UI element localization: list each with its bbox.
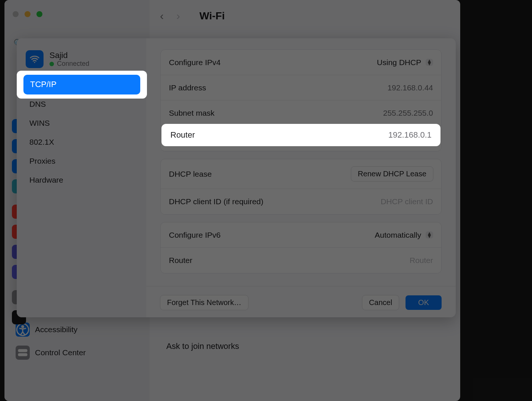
back-button[interactable]: ‹ — [160, 10, 164, 22]
dhcp-client-id-input[interactable]: DHCP client ID — [381, 197, 433, 206]
tab-tcpip-highlight[interactable]: TCP/IP — [23, 75, 140, 94]
svg-rect-2 — [18, 349, 27, 352]
sidebar-item-control-center[interactable]: Control Center — [12, 341, 142, 364]
configure-ipv6-select[interactable]: Automatically ▲▼ — [375, 231, 433, 240]
dhcp-client-id-row[interactable]: DHCP client ID (if required) DHCP client… — [161, 189, 441, 214]
sidebar-item-label: Control Center — [35, 348, 86, 357]
ok-button[interactable]: OK — [406, 295, 442, 310]
close-window-button[interactable] — [13, 11, 19, 17]
network-status: Connected — [49, 60, 89, 68]
highlight-router: Router 192.168.0.1 — [161, 124, 440, 146]
ip-address-row: IP address 192.168.0.44 — [161, 75, 441, 100]
svg-rect-3 — [18, 353, 27, 356]
subnet-mask-row: Subnet mask 255.255.255.0 — [161, 100, 441, 126]
ipv6-card: Configure IPv6 Automatically ▲▼ Router R… — [160, 222, 442, 273]
router-value-highlight: 192.168.0.1 — [388, 130, 432, 140]
chevron-up-down-icon: ▲▼ — [426, 59, 433, 66]
configure-ipv6-row[interactable]: Configure IPv6 Automatically ▲▼ — [161, 222, 441, 248]
titlebar: ‹ › Wi-Fi — [4, 0, 460, 29]
row-label: IP address — [169, 83, 206, 92]
dhcp-card: DHCP lease Renew DHCP Lease DHCP client … — [160, 159, 442, 215]
control-center-icon — [16, 346, 30, 360]
tab-wins[interactable]: WINS — [23, 114, 140, 132]
minimize-window-button[interactable] — [25, 11, 31, 17]
ipv6-router-input[interactable]: Router — [410, 256, 433, 265]
forget-network-button[interactable]: Forget This Network… — [160, 295, 248, 310]
network-name: Sajid — [49, 51, 89, 60]
cancel-button[interactable]: Cancel — [362, 295, 399, 310]
svg-point-4 — [34, 62, 35, 63]
row-label: DHCP lease — [169, 170, 212, 179]
row-label: Configure IPv6 — [169, 231, 221, 240]
dialog-main: Configure IPv4 Using DHCP ▲▼ IP address … — [146, 38, 456, 317]
router-label-highlight: Router — [170, 130, 195, 140]
status-dot-icon — [49, 62, 54, 66]
highlight-tcpip: TCP/IP — [17, 71, 147, 99]
maximize-window-button[interactable] — [36, 11, 42, 17]
nav-controls: ‹ › Wi-Fi — [160, 10, 225, 22]
status-text: Connected — [57, 60, 89, 68]
window-controls — [13, 11, 42, 17]
ipv6-router-row[interactable]: Router Router — [161, 248, 441, 273]
select-value: Using DHCP — [377, 58, 421, 67]
row-label: DHCP client ID (if required) — [169, 197, 263, 206]
wifi-icon — [26, 50, 44, 68]
row-label: Router — [169, 256, 192, 265]
page-title: Wi-Fi — [199, 10, 225, 22]
chevron-up-down-icon: ▲▼ — [426, 231, 433, 238]
forward-button[interactable]: › — [176, 10, 180, 22]
ip-address-value: 192.168.0.44 — [387, 83, 433, 92]
row-label: Configure IPv4 — [169, 58, 221, 67]
renew-dhcp-button[interactable]: Renew DHCP Lease — [351, 167, 433, 181]
row-label: Subnet mask — [169, 109, 215, 118]
tab-proxies[interactable]: Proxies — [23, 152, 140, 170]
sidebar-visible-items: Accessibility Control Center — [12, 318, 142, 364]
tab-8021x[interactable]: 802.1X — [23, 133, 140, 151]
sidebar-item-label: Accessibility — [35, 325, 77, 334]
configure-ipv4-select[interactable]: Using DHCP ▲▼ — [377, 58, 433, 67]
subnet-mask-value: 255.255.255.0 — [383, 109, 433, 118]
tab-hardware[interactable]: Hardware — [23, 171, 140, 189]
dhcp-lease-row: DHCP lease Renew DHCP Lease — [161, 159, 441, 189]
ask-to-join-label: Ask to join networks — [166, 341, 239, 351]
configure-ipv4-row[interactable]: Configure IPv4 Using DHCP ▲▼ — [161, 50, 441, 75]
dialog-footer: Forget This Network… Cancel OK — [146, 286, 456, 310]
select-value: Automatically — [375, 231, 421, 240]
sidebar-item-accessibility[interactable]: Accessibility — [12, 318, 142, 341]
